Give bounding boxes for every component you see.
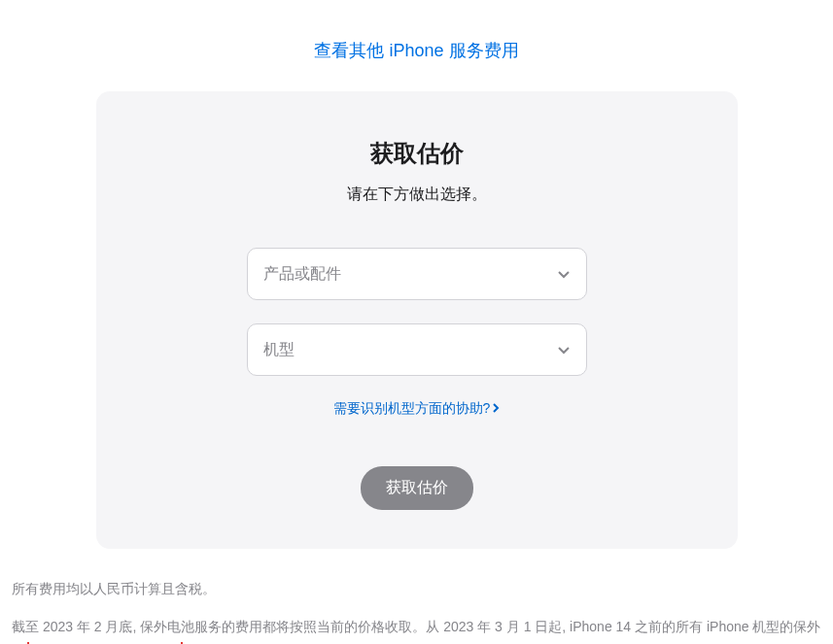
identify-model-help-link[interactable]: 需要识别机型方面的协助? xyxy=(333,400,501,418)
view-other-fees-link[interactable]: 查看其他 iPhone 服务费用 xyxy=(314,41,518,60)
model-select[interactable]: 机型 xyxy=(247,323,587,376)
card-title: 获取估价 xyxy=(135,138,699,169)
model-select-placeholder: 机型 xyxy=(263,340,295,360)
product-select-placeholder: 产品或配件 xyxy=(263,264,341,285)
model-select-wrap: 机型 xyxy=(247,323,587,376)
get-estimate-button[interactable]: 获取估价 xyxy=(361,466,473,510)
footer-note-tax: 所有费用均以人民币计算且含税。 xyxy=(12,576,821,602)
footer-notes: 所有费用均以人民币计算且含税。 截至 2023 年 2 月底, 保外电池服务的费… xyxy=(10,549,823,644)
product-select-wrap: 产品或配件 xyxy=(247,248,587,300)
chevron-right-icon xyxy=(492,401,500,417)
footer-note-price-increase: 截至 2023 年 2 月底, 保外电池服务的费用都将按照当前的价格收取。从 2… xyxy=(12,614,821,644)
product-select[interactable]: 产品或配件 xyxy=(247,248,587,300)
estimate-card: 获取估价 请在下方做出选择。 产品或配件 机型 需要识别机型方面的协助? xyxy=(96,91,738,549)
chevron-down-icon xyxy=(557,343,571,356)
top-link-wrap: 查看其他 iPhone 服务费用 xyxy=(10,0,823,91)
help-link-label: 需要识别机型方面的协助? xyxy=(333,400,491,418)
card-subtitle: 请在下方做出选择。 xyxy=(135,185,699,205)
chevron-down-icon xyxy=(557,267,571,281)
